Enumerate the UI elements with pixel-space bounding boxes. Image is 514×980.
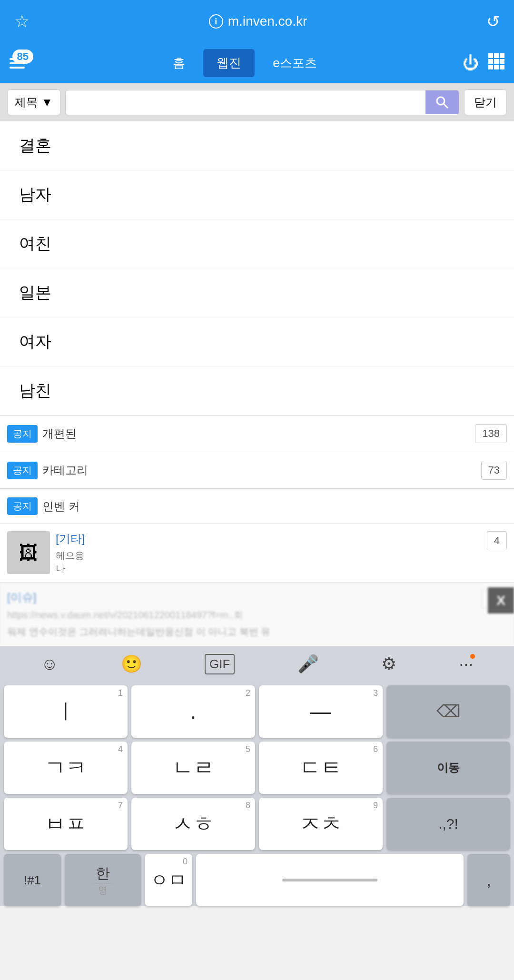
tab-webzine[interactable]: 웹진 [203, 49, 255, 77]
site-nav: 85 홈 웹진 e스포츠 ⏻ [0, 43, 514, 83]
emoji-icon[interactable]: ☺ [41, 654, 59, 674]
key-row-bottom: !#1 한 영 0 ㅇㅁ , [4, 854, 510, 906]
url-bar[interactable]: i m.inven.co.kr [209, 14, 307, 29]
key-char: ㄴㄹ [172, 754, 214, 782]
key-7[interactable]: 7 ㅂㅍ [4, 798, 128, 850]
notice-item[interactable]: 공지 개편된 138 [0, 416, 514, 452]
key-char: ㅂㅍ [45, 810, 87, 838]
search-button[interactable] [425, 90, 459, 114]
hamburger-menu[interactable]: 85 [10, 58, 25, 69]
more-icon[interactable]: ··· [459, 654, 473, 674]
key-row-1: 1 ㅣ 2 . 3 — ⌫ [4, 685, 510, 738]
backspace-icon: ⌫ [436, 702, 461, 722]
suggestion-item[interactable]: 여자 [0, 317, 514, 366]
han-key[interactable]: 한 영 [65, 854, 141, 906]
svg-rect-7 [494, 65, 499, 69]
key-row-2: 4 ㄱㅋ 5 ㄴㄹ 6 ㄷㅌ 이동 [4, 742, 510, 794]
space-key[interactable] [196, 854, 464, 906]
suggestion-item[interactable]: 일본 [0, 268, 514, 317]
close-overlay-button[interactable]: X [488, 587, 514, 614]
key-0[interactable]: 0 ㅇㅁ [145, 854, 192, 906]
notification-dot [470, 654, 475, 659]
key-8[interactable]: 8 ㅅㅎ [131, 798, 255, 850]
special-label: !#1 [24, 873, 41, 888]
notice-badge: 공지 [7, 462, 38, 479]
notice-item[interactable]: 공지 인벤 커 [0, 489, 514, 524]
keyboard: 1 ㅣ 2 . 3 — ⌫ 4 ㄱㅋ 5 ㄴㄹ 6 ㄷㅌ 이동 [0, 682, 514, 906]
category-label: 제목 [15, 95, 38, 110]
key-number: 7 [118, 801, 123, 811]
key-char: ㄷㅌ [300, 754, 342, 782]
bookmark-icon[interactable]: ☆ [14, 11, 30, 31]
info-icon: i [209, 14, 223, 29]
punct-key[interactable]: .,?! [386, 798, 510, 850]
key-number: 1 [118, 688, 123, 698]
suggestion-item[interactable]: 여친 [0, 219, 514, 268]
notice-badge: 공지 [7, 497, 38, 515]
mic-icon[interactable]: 🎤 [297, 654, 319, 674]
suggestion-dropdown: 결혼 남자 여친 일본 여자 남친 [0, 121, 514, 416]
han-char: 한 [96, 864, 110, 883]
key-1[interactable]: 1 ㅣ [4, 685, 128, 738]
action-label: 이동 [437, 760, 460, 775]
special-key[interactable]: !#1 [4, 854, 61, 906]
key-number: 2 [246, 688, 250, 698]
key-4[interactable]: 4 ㄱㅋ [4, 742, 128, 794]
tab-esports[interactable]: e스포츠 [259, 49, 330, 77]
post-meta-blurred: 워제 연수이것은 그러려니하는데일반응신점 이 아니고 북번 유 [7, 625, 476, 638]
suggestion-item[interactable]: 남자 [0, 170, 514, 219]
search-category-select[interactable]: 제목 ▼ [7, 89, 60, 115]
key-9[interactable]: 9 ㅈㅊ [259, 798, 383, 850]
post-thumbnail: 🖼 [7, 531, 50, 574]
grid-icon[interactable] [488, 53, 504, 73]
sticker-icon[interactable]: 🙂 [121, 654, 142, 674]
suggestion-item[interactable]: 결혼 [0, 121, 514, 170]
key-char: . [190, 700, 196, 723]
key-6[interactable]: 6 ㄷㅌ [259, 742, 383, 794]
comment-count: 4 [487, 531, 507, 550]
svg-rect-3 [488, 59, 493, 64]
key-char: ㅈㅊ [300, 810, 342, 838]
svg-rect-0 [488, 53, 493, 58]
key-2[interactable]: 2 . [131, 685, 255, 738]
search-input-wrap [65, 90, 459, 115]
key-char: .,?! [438, 816, 458, 832]
post-item-blurred: [이슈] https://news.v.daum.net/v/202106122… [0, 583, 514, 646]
key-char: ㅇㅁ [150, 868, 187, 892]
svg-point-9 [437, 97, 445, 105]
backspace-key[interactable]: ⌫ [386, 685, 510, 738]
svg-rect-2 [500, 53, 504, 58]
power-icon[interactable]: ⏻ [463, 54, 479, 72]
gif-icon[interactable]: GIF [205, 654, 235, 674]
tab-home[interactable]: 홈 [159, 49, 198, 77]
key-5[interactable]: 5 ㄴㄹ [131, 742, 255, 794]
settings-icon[interactable]: ⚙ [381, 654, 396, 674]
notice-badge: 공지 [7, 425, 38, 443]
svg-rect-5 [500, 59, 504, 64]
search-input[interactable] [66, 90, 425, 115]
key-3[interactable]: 3 — [259, 685, 383, 738]
key-row-3: 7 ㅂㅍ 8 ㅅㅎ 9 ㅈㅊ .,?! [4, 798, 510, 850]
key-number: 5 [246, 744, 250, 754]
han-sub-char: 영 [98, 884, 108, 897]
nav-right: ⏻ [463, 53, 504, 73]
action-key[interactable]: 이동 [386, 742, 510, 794]
search-bar: 제목 ▼ 닫기 [0, 83, 514, 121]
keyboard-toolbar: ☺ 🙂 GIF 🎤 ⚙ ··· [0, 646, 514, 682]
post-item[interactable]: 🖼 [기타] 헤으응 나 4 [0, 524, 514, 583]
nav-tabs: 홈 웹진 e스포츠 [34, 49, 455, 77]
suggestion-item[interactable]: 남친 [0, 366, 514, 415]
post-title: [기타] [56, 531, 481, 546]
comma-key[interactable]: , [467, 854, 510, 906]
close-button[interactable]: 닫기 [464, 89, 507, 115]
key-char: — [310, 700, 331, 723]
dropdown-arrow: ▼ [41, 96, 53, 109]
notice-item[interactable]: 공지 카테고리 73 [0, 452, 514, 489]
comma-char: , [486, 870, 491, 890]
key-char: ㅅㅎ [172, 810, 214, 838]
key-number: 6 [373, 744, 378, 754]
refresh-icon[interactable]: ↺ [486, 12, 500, 31]
key-char: ㅣ [55, 698, 76, 726]
svg-line-10 [444, 104, 448, 108]
key-char: ㄱㅋ [45, 754, 87, 782]
